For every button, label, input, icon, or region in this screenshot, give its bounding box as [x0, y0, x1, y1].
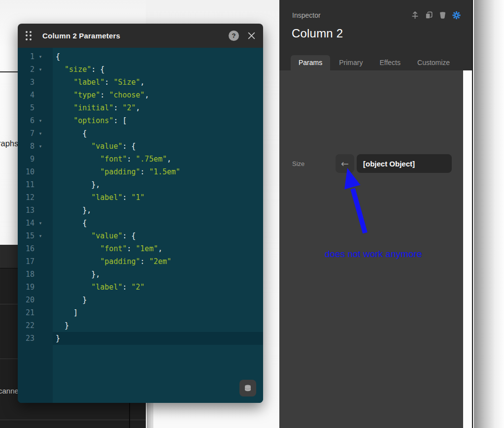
code-text[interactable]: {: [53, 217, 263, 230]
fold-toggle-icon: [34, 294, 46, 306]
code-text[interactable]: },: [53, 268, 263, 281]
tab-params[interactable]: Params: [291, 55, 330, 70]
code-line[interactable]: 4 "type": "choose",: [18, 89, 263, 101]
duplicate-icon[interactable]: [424, 10, 434, 20]
fold-toggle-icon[interactable]: ▾: [34, 127, 46, 140]
background-text-fragment: canne: [0, 387, 19, 395]
fold-toggle-icon: [34, 255, 46, 268]
code-line[interactable]: 20 }: [18, 294, 263, 306]
code-text[interactable]: "font": ".75em",: [53, 153, 263, 165]
line-number: 2: [18, 63, 34, 76]
code-text[interactable]: "label": "2": [53, 281, 263, 294]
pin-icon[interactable]: [410, 10, 420, 20]
line-number: 4: [18, 89, 34, 101]
gutter: 11: [18, 178, 53, 191]
fold-toggle-icon[interactable]: ▾: [34, 114, 46, 127]
code-line[interactable]: 8▾ "value": {: [18, 140, 263, 153]
gutter: 7▾: [18, 127, 53, 140]
help-icon[interactable]: ?: [229, 31, 239, 41]
code-text[interactable]: }: [53, 294, 263, 306]
code-editor[interactable]: 1▾{2▾ "size": {3 "label": "Size",4 "type…: [18, 48, 263, 403]
line-number: 20: [18, 294, 34, 306]
fold-toggle-icon[interactable]: ▾: [34, 217, 46, 230]
code-line[interactable]: 18 },: [18, 268, 263, 281]
database-icon: [243, 383, 253, 393]
fold-toggle-icon: [34, 268, 46, 281]
code-text[interactable]: "size": {: [53, 63, 263, 76]
fold-toggle-icon: [34, 89, 46, 101]
code-line[interactable]: 14▾ {: [18, 217, 263, 230]
drag-handle-icon[interactable]: [26, 31, 34, 41]
code-text[interactable]: ]: [53, 306, 263, 319]
code-line[interactable]: 6▾ "options": [: [18, 114, 263, 127]
code-text[interactable]: }: [53, 319, 263, 332]
code-text[interactable]: "label": "1": [53, 191, 263, 204]
code-text[interactable]: "value": {: [53, 140, 263, 153]
code-line[interactable]: 16 "font": "1em",: [18, 242, 263, 255]
code-lines: 1▾{2▾ "size": {3 "label": "Size",4 "type…: [18, 50, 263, 345]
database-button[interactable]: [239, 380, 256, 396]
code-text[interactable]: },: [53, 178, 263, 191]
code-text[interactable]: "options": [: [53, 114, 263, 127]
code-line[interactable]: 15▾ "value": {: [18, 230, 263, 242]
line-number: 22: [18, 319, 34, 332]
gutter: 8▾: [18, 140, 53, 153]
gutter: 6▾: [18, 114, 53, 127]
gutter: 18: [18, 268, 53, 281]
code-text[interactable]: {: [53, 127, 263, 140]
gutter: 15▾: [18, 230, 53, 242]
code-text[interactable]: "initial": "2",: [53, 101, 263, 114]
line-number: 5: [18, 101, 34, 114]
gutter: 13: [18, 204, 53, 217]
code-text[interactable]: }: [53, 332, 263, 345]
fold-toggle-icon[interactable]: ▾: [34, 230, 46, 242]
code-line[interactable]: 7▾ {: [18, 127, 263, 140]
code-line[interactable]: 21 ]: [18, 306, 263, 319]
code-line[interactable]: 1▾{: [18, 50, 263, 63]
code-line[interactable]: 2▾ "size": {: [18, 63, 263, 76]
dialog-title: Column 2 Parameters: [42, 32, 229, 40]
code-line[interactable]: 13 },: [18, 204, 263, 217]
code-text[interactable]: "font": "1em",: [53, 242, 263, 255]
fold-toggle-icon[interactable]: ▾: [34, 50, 46, 63]
fold-toggle-icon[interactable]: ▾: [34, 63, 46, 76]
gutter: 2▾: [18, 63, 53, 76]
code-text[interactable]: "value": {: [53, 230, 263, 242]
code-line[interactable]: 23}: [18, 332, 263, 345]
background-text-fragment: raphs: [0, 139, 18, 148]
code-line[interactable]: 22 }: [18, 319, 263, 332]
tab-effects[interactable]: Effects: [379, 55, 401, 70]
code-line[interactable]: 19 "label": "2": [18, 281, 263, 294]
line-number: 15: [18, 230, 34, 242]
gear-icon[interactable]: [452, 10, 461, 20]
code-line[interactable]: 10 "padding": "1.5em": [18, 165, 263, 178]
vertical-scrollbar[interactable]: [147, 399, 153, 428]
gutter: 21: [18, 306, 53, 319]
fold-toggle-icon: [34, 332, 46, 345]
tab-customize[interactable]: Customize: [417, 55, 450, 70]
code-line[interactable]: 17 "padding": "2em": [18, 255, 263, 268]
close-icon[interactable]: [246, 31, 256, 41]
code-line[interactable]: 12 "label": "1": [18, 191, 263, 204]
inspector-scrollbar[interactable]: [463, 70, 472, 428]
code-line[interactable]: 3 "label": "Size",: [18, 76, 263, 89]
line-number: 19: [18, 281, 34, 294]
code-text[interactable]: "label": "Size",: [53, 76, 263, 89]
line-number: 11: [18, 178, 34, 191]
fold-toggle-icon: [34, 101, 46, 114]
inspector-toolbar: [410, 10, 461, 20]
code-text[interactable]: "padding": "2em": [53, 255, 263, 268]
code-text[interactable]: "padding": "1.5em": [53, 165, 263, 178]
fold-toggle-icon: [34, 281, 46, 294]
line-number: 9: [18, 153, 34, 165]
code-line[interactable]: 5 "initial": "2",: [18, 101, 263, 114]
code-text[interactable]: },: [53, 204, 263, 217]
code-line[interactable]: 11 },: [18, 178, 263, 191]
trash-icon[interactable]: [438, 10, 447, 20]
code-text[interactable]: "type": "choose",: [53, 89, 263, 101]
code-line[interactable]: 9 "font": ".75em",: [18, 153, 263, 165]
fold-toggle-icon: [34, 204, 46, 217]
fold-toggle-icon[interactable]: ▾: [34, 140, 46, 153]
tab-primary[interactable]: Primary: [339, 55, 363, 70]
code-text[interactable]: {: [53, 50, 263, 63]
